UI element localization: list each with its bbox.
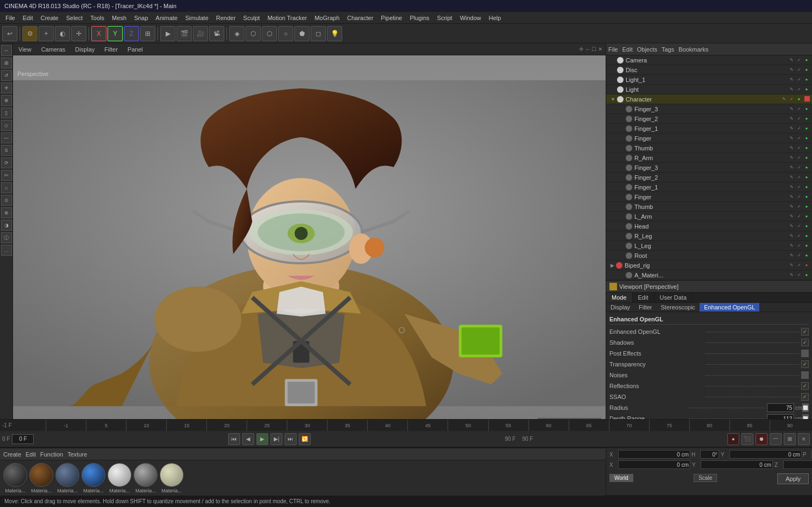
setting-checkbox[interactable] <box>801 393 809 401</box>
object-action-button[interactable]: ✓ <box>796 213 802 220</box>
extra-tool-button[interactable]: … <box>1 245 12 256</box>
object-action-button[interactable]: ● <box>803 204 810 210</box>
menu-render[interactable]: Render <box>213 14 239 22</box>
object-list-item[interactable]: Light_1✎✓● <box>606 75 812 85</box>
object-action-button[interactable]: ● <box>803 272 810 278</box>
vs-sub-tab-enhanced-opengl[interactable]: Enhanced OpenGL <box>700 303 759 312</box>
object-action-button[interactable]: ✎ <box>788 204 795 210</box>
weld-tool-button[interactable]: ⊛ <box>1 207 12 218</box>
object-action-button[interactable]: ● <box>803 155 810 161</box>
coord-y-input[interactable] <box>729 450 802 459</box>
object-action-button[interactable]: ✓ <box>796 116 802 122</box>
obj-objects-menu[interactable]: Objects <box>637 46 657 53</box>
object-action-button[interactable]: ✎ <box>788 272 795 278</box>
object-list-item[interactable]: ▼Character✎✓● <box>606 94 812 104</box>
mat-function[interactable]: Function <box>40 451 63 458</box>
object-action-button[interactable]: ✎ <box>788 252 795 259</box>
prev-frame-button[interactable]: ◀ <box>242 433 254 445</box>
object-action-button[interactable]: ✎ <box>788 145 795 151</box>
menu-help[interactable]: Help <box>486 14 505 22</box>
vs-sub-tab-filter[interactable]: Filter <box>634 303 656 312</box>
object-action-button[interactable]: ✓ <box>796 223 802 230</box>
joint-tool-button[interactable]: ⊙ <box>1 195 12 206</box>
object-list-item[interactable]: Finger_3✎✓● <box>606 163 812 173</box>
scale-tool-button[interactable]: ⊞ <box>1 58 12 68</box>
axis-tool-button[interactable]: ⊕ <box>1 95 12 106</box>
play-button[interactable]: ▶ <box>160 26 175 41</box>
menu-mograph[interactable]: MoGraph <box>311 14 343 22</box>
menu-pipeline[interactable]: Pipeline <box>377 14 405 22</box>
object-action-button[interactable]: ✎ <box>788 77 795 83</box>
frame-input[interactable] <box>12 434 34 444</box>
menu-script[interactable]: Script <box>434 14 456 22</box>
object-action-button[interactable]: ✓ <box>796 262 802 269</box>
object-action-button[interactable]: ✓ <box>796 67 802 73</box>
object-action-button[interactable]: ● <box>803 174 810 181</box>
object-list-item[interactable]: R_Arm✎✓● <box>606 153 812 163</box>
object-action-button[interactable]: ✓ <box>796 155 802 161</box>
sculpt-tool-button[interactable]: ○ <box>278 26 293 41</box>
object-action-button[interactable]: ✓ <box>796 57 802 64</box>
render-button[interactable]: 🎬 <box>177 26 192 41</box>
record-button[interactable]: ⏺ <box>756 433 767 445</box>
weight-tool-button[interactable]: ⬟ <box>294 26 310 41</box>
object-action-button[interactable]: ✎ <box>788 243 795 249</box>
knife-tool-button[interactable]: ✄ <box>1 170 12 181</box>
mirror-tool-button[interactable]: ◑ <box>1 220 12 231</box>
viewport-nav-cameras[interactable]: Cameras <box>39 45 68 54</box>
object-action-button[interactable]: ● <box>803 164 810 171</box>
material-item-6[interactable]: Materia... <box>160 463 184 493</box>
setting-checkbox-gray[interactable] <box>801 371 809 379</box>
move-button[interactable]: ✛ <box>71 26 86 41</box>
rotate-tool-button[interactable]: ↺ <box>1 70 12 81</box>
key-list-button[interactable]: ≡ <box>798 433 810 445</box>
setting-checkbox[interactable] <box>801 360 809 368</box>
object-action-button[interactable]: ✎ <box>788 86 795 93</box>
viewport-nav-filter[interactable]: Filter <box>102 45 119 54</box>
object-list-item[interactable]: Light✎✓● <box>606 85 812 94</box>
object-action-button[interactable]: ● <box>803 77 810 83</box>
menu-select[interactable]: Select <box>63 14 86 22</box>
object-action-button[interactable]: ✎ <box>788 106 795 112</box>
object-action-button[interactable]: ● <box>803 213 810 220</box>
menu-snap[interactable]: Snap <box>131 14 152 22</box>
object-action-button[interactable]: ✎ <box>788 155 795 161</box>
grid-button[interactable]: ⊞ <box>784 433 796 445</box>
menu-plugins[interactable]: Plugins <box>406 14 432 22</box>
object-action-button[interactable]: ✎ <box>788 233 795 239</box>
loop-button[interactable]: 🔁 <box>299 433 311 445</box>
stop-button[interactable]: ⬛ <box>741 433 753 445</box>
slider-drag-button[interactable]: ⬜ <box>802 403 809 412</box>
object-action-button[interactable]: ✎ <box>788 262 795 269</box>
apply-button[interactable]: Apply <box>777 473 809 484</box>
open-button[interactable]: ◐ <box>55 26 70 41</box>
viewport-nav-view[interactable]: View <box>16 45 34 54</box>
object-list-item[interactable]: Head✎✓● <box>606 221 812 231</box>
object-action-button[interactable]: ✎ <box>788 194 795 200</box>
object-list-item[interactable]: Disc✎✓● <box>606 65 812 75</box>
goto-start-button[interactable]: ⏮ <box>228 433 240 445</box>
viewport-nav-display[interactable]: Display <box>73 45 97 54</box>
object-action-button[interactable]: ✎ <box>788 57 795 64</box>
expand-icon[interactable]: ▼ <box>610 97 615 102</box>
texture-tool-button[interactable]: ⬡ <box>262 26 277 41</box>
setting-value-input[interactable] <box>767 403 794 412</box>
obj-tags-menu[interactable]: Tags <box>662 46 674 53</box>
menu-create[interactable]: Create <box>37 14 62 22</box>
menu-character[interactable]: Character <box>344 14 376 22</box>
object-action-button[interactable]: ✓ <box>796 174 802 181</box>
object-list-item[interactable]: ▶Biped_rig✎✓● <box>606 261 812 270</box>
object-action-button[interactable]: ● <box>803 184 810 191</box>
slider-drag-button[interactable]: ⬜ <box>802 414 809 419</box>
object-action-button[interactable]: ✎ <box>780 96 787 103</box>
object-action-button[interactable]: ● <box>803 86 810 93</box>
axis-x-button[interactable]: X <box>91 26 106 41</box>
object-action-button[interactable]: ✎ <box>788 223 795 230</box>
object-action-button[interactable]: ● <box>803 262 810 269</box>
undo-button[interactable]: ↩ <box>2 26 17 41</box>
size-z-input[interactable] <box>783 460 812 469</box>
object-action-button[interactable]: ✎ <box>788 67 795 73</box>
object-list-item[interactable]: L_Arm✎✓● <box>606 212 812 221</box>
goto-end-button[interactable]: ⏭ <box>285 433 297 445</box>
material-item-2[interactable]: Materia... <box>55 463 79 493</box>
